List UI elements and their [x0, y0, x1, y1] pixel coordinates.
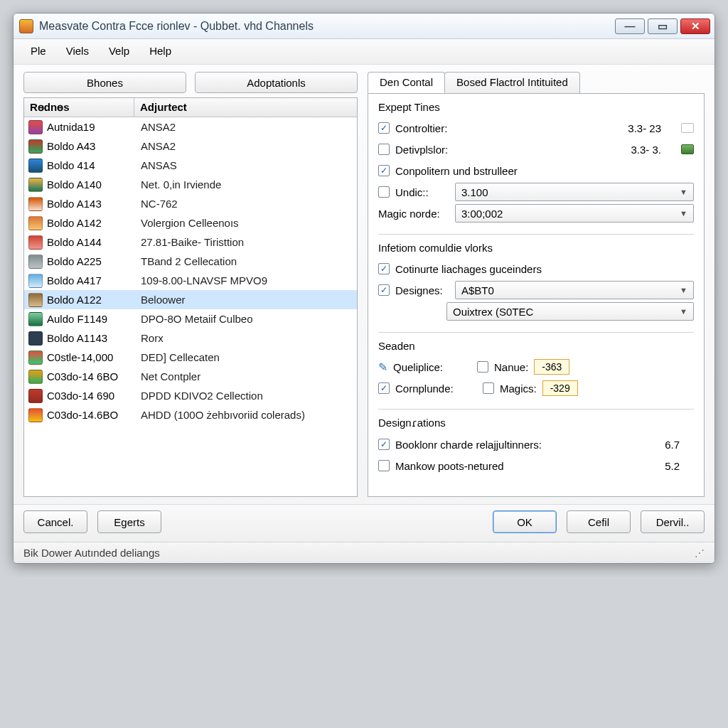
mankow-checkbox[interactable]: [378, 460, 390, 471]
magics-label: Magics:: [500, 382, 537, 395]
detivplslor-checkbox[interactable]: [378, 144, 390, 155]
undic-checkbox[interactable]: [378, 186, 390, 198]
item-icon: [28, 216, 43, 230]
list-item[interactable]: Boldo A144 27.81-Baike- Tiristtion: [24, 232, 357, 252]
cancel-button[interactable]: Cancel.: [23, 510, 87, 533]
window: Measvate Contra Fcce rionlev - Qubbet. v…: [13, 13, 715, 564]
maximize-button[interactable]: ▭: [648, 18, 678, 34]
list-item[interactable]: Boldo A143 NC-762: [24, 194, 357, 213]
magic-combo[interactable]: 3:00;002▼: [455, 204, 694, 223]
menu-velp[interactable]: Velp: [102, 43, 136, 58]
list-item[interactable]: Boldo 414 ANSAS: [24, 156, 357, 175]
item-icon: [28, 389, 43, 403]
conpolitern-checkbox[interactable]: [378, 165, 390, 176]
item-value: Beloower: [141, 294, 353, 306]
cefil-button[interactable]: Cefil: [567, 510, 631, 533]
minimize-button[interactable]: —: [615, 18, 645, 34]
undic-combo[interactable]: 3.100▼: [455, 183, 694, 201]
list-item[interactable]: C03do-14 690 DPDD KDIVO2 Cellection: [24, 386, 357, 405]
cornplunde-checkbox[interactable]: [378, 382, 390, 394]
item-value: TBand 2 Cellecation: [141, 255, 353, 267]
menubar: Ple Viels Velp Help: [14, 39, 714, 65]
menu-help[interactable]: Help: [142, 43, 178, 58]
bottom-bar: Cancel. Egerts OK Cefil Dervil..: [14, 504, 714, 542]
item-icon: [28, 178, 43, 192]
chevron-down-icon: ▼: [680, 209, 687, 218]
boakloor-value: 6.7: [665, 439, 680, 451]
list-item[interactable]: Boldo A1143 Rorx: [24, 328, 357, 348]
list-item[interactable]: C03do-14 6BO Net Contpler: [24, 367, 357, 386]
controltier-checkbox[interactable]: [378, 122, 390, 134]
cornplunde-label: Cornplunde:: [395, 382, 477, 395]
designes-combo[interactable]: A$BT0▼: [455, 281, 694, 299]
adoptationls-button[interactable]: Adoptationls: [195, 72, 358, 93]
item-name: Autnida19: [47, 121, 141, 133]
magics-input[interactable]: -329: [542, 380, 578, 396]
tab-bosed-flactrol[interactable]: Bosed Flactrol Intituited: [444, 72, 580, 93]
mankow-label: Mankow poots-netured: [395, 460, 504, 472]
item-icon: [28, 350, 43, 365]
item-name: Boldo A143: [47, 198, 141, 210]
item-list[interactable]: Rɵdnɵs Adjurtect Autnida19 ANSA2 Boldo A…: [23, 97, 358, 497]
list-item[interactable]: Boldo A140 Net. 0,in Irviende: [24, 175, 357, 194]
item-value: Rorx: [141, 332, 353, 344]
item-icon: [28, 331, 43, 346]
tab-den-contal[interactable]: Den Contal: [368, 72, 445, 93]
item-value: DPO-8O Metaiif Culbeo: [141, 313, 353, 325]
seaden-title: Seaden: [378, 340, 694, 352]
queliplice-label: Queliplice:: [393, 361, 471, 373]
list-item[interactable]: Boldo A417 109-8.00-LNAVSF MPVO9: [24, 271, 357, 290]
item-icon: [28, 197, 43, 211]
list-item[interactable]: Autnida19 ANSA2: [24, 117, 357, 136]
egerts-button[interactable]: Egerts: [97, 510, 161, 533]
item-name: C03do-14 690: [47, 390, 141, 402]
list-item[interactable]: Auldo F1149 DPO-8O Metaiif Culbeo: [24, 309, 357, 328]
item-value: NC-762: [141, 198, 353, 210]
designes-label: Designes:: [395, 284, 449, 296]
bhones-button[interactable]: Bhones: [23, 72, 186, 93]
item-name: C03do-14 6BO: [47, 370, 141, 382]
chevron-down-icon: ▼: [680, 286, 687, 294]
list-item[interactable]: Boldo A122 Beloower: [24, 290, 357, 309]
menu-ple[interactable]: Ple: [23, 43, 53, 58]
item-name: Boldo A142: [47, 217, 141, 229]
controltier-value: 3.3- 23: [628, 122, 661, 134]
list-item[interactable]: C0stle-14,000 DED] Cellecaten: [24, 348, 357, 367]
statusbar: Bik Dower Autınded deliangs ⋰: [14, 542, 714, 563]
col-header-name[interactable]: Rɵdnɵs: [24, 98, 134, 117]
nanue-label: Nanue:: [494, 361, 528, 373]
cotinurte-checkbox[interactable]: [378, 263, 390, 274]
item-icon: [28, 408, 43, 422]
nanue-checkbox[interactable]: [477, 361, 488, 373]
item-name: Boldo A140: [47, 178, 141, 191]
ouixtrex-combo[interactable]: Ouixtrex (S0TEC▼: [446, 302, 694, 321]
controltier-label: Controltier:: [395, 122, 447, 134]
right-pane: Den Contal Bosed Flactrol Intituited Exp…: [368, 72, 705, 497]
boakloor-checkbox[interactable]: [378, 439, 390, 450]
conpolitern-label: Conpolitern und bstrulleer: [395, 165, 518, 177]
designes-checkbox[interactable]: [378, 284, 390, 296]
magics-checkbox[interactable]: [483, 382, 494, 394]
nanue-input[interactable]: -363: [534, 359, 569, 375]
mankow-value: 5.2: [665, 460, 680, 472]
list-item[interactable]: Boldo A225 TBand 2 Cellecation: [24, 252, 357, 271]
col-header-adjurtect[interactable]: Adjurtect: [134, 98, 357, 117]
list-item[interactable]: Boldo A142 Volergion Celleenoıs: [24, 213, 357, 232]
dervil-button[interactable]: Dervil..: [641, 510, 705, 533]
item-icon: [28, 255, 43, 269]
item-value: Net. 0,in Irviende: [141, 178, 353, 191]
resize-grip-icon[interactable]: ⋰: [695, 547, 705, 559]
item-name: C03do-14.6BO: [47, 409, 141, 421]
controltier-swatch[interactable]: [681, 123, 694, 133]
ok-button[interactable]: OK: [493, 510, 557, 533]
close-button[interactable]: ✕: [680, 18, 710, 34]
cotinurte-label: Cotinurte liachages guceinders: [395, 263, 542, 275]
settings-panel: Expept Tines Controltier: 3.3- 23 Detivp…: [368, 93, 705, 497]
menu-viels[interactable]: Viels: [59, 43, 96, 58]
detivplslor-swatch[interactable]: [681, 144, 694, 154]
list-item[interactable]: C03do-14.6BO AHDD (100O żehbıvoriid cole…: [24, 405, 357, 424]
list-item[interactable]: Boldo A43 ANSA2: [24, 136, 357, 156]
item-name: Auldo F1149: [47, 313, 141, 325]
item-name: Boldo A122: [47, 294, 141, 306]
item-value: DED] Cellecaten: [141, 351, 353, 363]
